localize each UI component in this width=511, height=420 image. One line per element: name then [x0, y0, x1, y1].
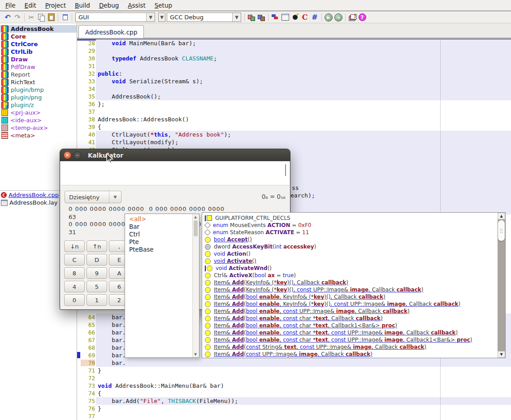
member-item[interactable]: Ctrl& ActiveX(bool ax = true) [202, 272, 505, 279]
member-item[interactable]: Item& Add(KeyInfo& (*key)(), Callback ca… [202, 279, 505, 286]
member-item[interactable]: Item& Add(bool enable, const UPP::Image&… [202, 308, 505, 315]
calc-key-5[interactable]: 5 [87, 281, 107, 292]
member-item[interactable]: Item& Add(bool enable, const char *text,… [202, 329, 505, 336]
line-number: 64 [81, 314, 95, 321]
calc-key-1[interactable]: 1 [87, 294, 107, 306]
sidebar-item--meta-[interactable]: <meta> [0, 132, 77, 139]
member-item[interactable]: void Action() [202, 250, 505, 257]
menu-debug[interactable]: Debug [95, 0, 123, 10]
member-item[interactable]: bool Accept() [202, 236, 505, 243]
build-method-select[interactable]: GCC Debug ▼ [167, 13, 241, 22]
sidebar-item-plugin-png[interactable]: plugin/png [0, 94, 77, 101]
member-item[interactable]: GUIPLATFORM_CTRL_DECLS [202, 214, 505, 222]
package-icon [1, 64, 9, 71]
sidebar-item-addressbook[interactable]: AddressBook [0, 25, 77, 33]
minimize-icon[interactable]: – [74, 151, 81, 159]
type-list-scrollbar[interactable]: ▲ ▼ [192, 214, 199, 357]
tab-addressbook-cpp[interactable]: AddressBook.cpp [78, 25, 144, 39]
sidebar-item--ide-aux-[interactable]: <ide-aux> [0, 116, 77, 124]
debug-bomb-icon[interactable] [290, 13, 300, 22]
c-source-icon[interactable]: C [300, 13, 310, 22]
calc-key-C[interactable]: C [64, 254, 85, 266]
menu-file[interactable]: File [1, 0, 20, 10]
sidebar-item-draw[interactable]: Draw [0, 56, 77, 63]
sidebar-item-plugin-z[interactable]: plugin/z [0, 101, 77, 109]
build-method-drop-icon[interactable]: ▼ [158, 13, 165, 22]
menu-edit[interactable]: Edit [20, 0, 41, 10]
sidebar-item--temp-aux-[interactable]: <temp-aux> [0, 124, 77, 132]
sidebar-item-ctrlcore[interactable]: CtrlCore [0, 40, 77, 48]
copy-icon[interactable] [36, 13, 46, 22]
member-item[interactable]: Item& Add(bool enable, const char *text,… [202, 315, 505, 322]
calc-key-xn[interactable]: ↑n [87, 240, 107, 252]
member-item[interactable]: Item& Add(bool enable, KeyInfo& (*key)()… [202, 293, 505, 300]
member-item[interactable]: void ActivateWnd() [202, 265, 505, 272]
member-item[interactable]: void Activate() [202, 257, 505, 265]
sidebar-item-plugin-bmp[interactable]: plugin/bmp [0, 86, 77, 94]
sidebar-item--prj-aux-[interactable]: <prj-aux> [0, 109, 77, 116]
cut-icon[interactable]: ✂ [26, 13, 36, 22]
undo-icon[interactable]: ↶ [3, 13, 13, 22]
preprocessor-icon[interactable]: # [310, 13, 320, 22]
package-build-icon[interactable] [247, 13, 256, 22]
step-into-icon[interactable]: ➔ [333, 13, 343, 22]
sidebar-item-report[interactable]: Report [0, 71, 77, 78]
scroll-down-icon[interactable]: ▼ [194, 352, 197, 356]
line-number: 29 [81, 47, 95, 54]
calculator-display[interactable] [61, 161, 290, 185]
member-item[interactable]: Item& Add(bool enable, const char *text,… [202, 322, 505, 329]
member-item[interactable]: enum MouseEvents ACTION = 0xF0 [202, 222, 505, 229]
help-icon[interactable]: ? [357, 13, 367, 22]
sidebar-item-pdfdraw[interactable]: PdfDraw [0, 63, 77, 71]
calc-key-4[interactable]: 4 [64, 281, 85, 292]
calc-key-8[interactable]: 8 [64, 267, 85, 279]
line-number: 68 [81, 344, 95, 351]
type-item-ctrl[interactable]: Ctrl [125, 231, 199, 238]
type-item-bar[interactable]: Bar [125, 223, 199, 231]
sidebar-item-core[interactable]: Core [0, 33, 77, 40]
calc-key-D[interactable]: D [87, 254, 107, 266]
calc-key-0[interactable]: 0 [64, 294, 85, 306]
chevron-down-icon[interactable]: ▼ [232, 13, 241, 21]
code-line-40: 40 CtrlLayout(*this, "Address book"); [77, 131, 511, 138]
code-text: bar. [98, 360, 126, 366]
menu-project[interactable]: Project [41, 0, 70, 10]
redo-icon[interactable]: ↷ [13, 13, 22, 22]
calc-key-9[interactable]: 9 [87, 267, 107, 279]
scrollbar-thumb[interactable] [194, 220, 198, 236]
member-item[interactable]: dword AccessKeyBit(int accesskey) [202, 243, 505, 250]
package-label: <prj-aux> [10, 109, 41, 116]
toolbar-separator [24, 13, 25, 21]
member-item[interactable]: Item& Add(bool enable, const char *text,… [202, 336, 505, 343]
member-item[interactable]: Item& Add(const String& text, const UPP:… [202, 343, 505, 351]
layout-grid-icon[interactable] [280, 13, 290, 22]
member-item[interactable]: enum StateReason ACTIVATE = 11 [202, 229, 505, 236]
type-item-pte[interactable]: Pte [125, 238, 199, 246]
bit-row-high[interactable]: 0 000 0000 0000 0000 0 000 0000 0000 000… [69, 206, 225, 212]
type-item-ptebase[interactable]: PteBase [125, 246, 199, 253]
sidebar-item-ctrllib[interactable]: CtrlLib [0, 48, 77, 56]
documentation-icon[interactable]: ! [347, 13, 357, 22]
member-item[interactable]: Item& Add(KeyInfo& (*key)(), const UPP::… [202, 286, 505, 293]
chevron-down-icon[interactable]: ▼ [146, 13, 155, 21]
type-item-all[interactable]: <all> [125, 215, 199, 223]
new-file-icon[interactable] [60, 13, 70, 22]
main-config-select[interactable]: GUI ▼ [75, 13, 155, 22]
menu-build[interactable]: Build [70, 0, 95, 10]
translations-flags-icon[interactable] [270, 13, 280, 22]
calculator-titlebar[interactable]: ✕ – Kalkulator [60, 149, 290, 161]
scroll-up-icon[interactable]: ▲ [194, 215, 197, 219]
package-label: Report [11, 71, 30, 78]
sidebar-item-richtext[interactable]: RichText [0, 78, 77, 86]
member-item[interactable]: Item& Add(const UPP::Image& image, Callb… [202, 351, 505, 358]
number-mode-select[interactable]: Dziesiętny ▼ [65, 191, 121, 203]
package-icon [1, 94, 9, 101]
paste-icon[interactable] [46, 13, 56, 22]
menu-setup[interactable]: Setup [150, 0, 177, 10]
member-item[interactable]: Item& Add(bool enable, KeyInfo& (*key)()… [202, 300, 505, 308]
close-icon[interactable]: ✕ [64, 151, 71, 159]
run-icon[interactable]: ▶ [324, 13, 333, 22]
calc-key-xn[interactable]: ↓n [64, 240, 85, 252]
package-rebuild-icon[interactable] [256, 13, 266, 22]
menu-assist[interactable]: Assist [123, 0, 150, 10]
